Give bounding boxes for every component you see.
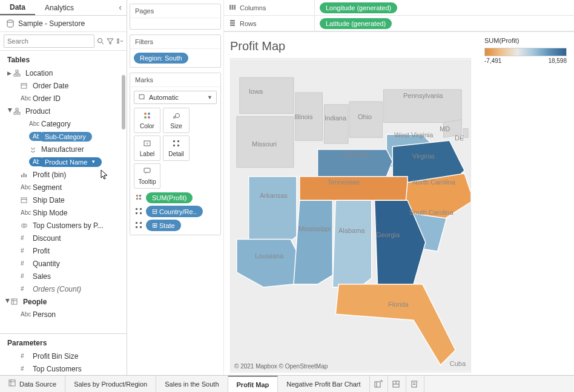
size-icon xyxy=(172,111,180,122)
svg-rect-21 xyxy=(12,299,17,304)
svg-point-26 xyxy=(144,116,147,119)
sheet-label: Data Source xyxy=(19,381,56,388)
field-people[interactable]: ▶ People xyxy=(0,295,127,308)
field-label: Top Customers xyxy=(33,365,82,373)
search-icon[interactable] xyxy=(97,35,104,47)
field-label: Ship Mode xyxy=(33,209,67,217)
field-label: Orders (Count) xyxy=(33,285,81,293)
sheet-sales-by-product-region[interactable]: Sales by Product/Region xyxy=(65,376,156,392)
scrollbar-thumb[interactable] xyxy=(122,75,125,129)
new-story-button[interactable] xyxy=(406,376,424,392)
string-icon: Abc xyxy=(21,184,33,191)
field-ship-date[interactable]: Ship Date xyxy=(0,194,127,206)
date-icon xyxy=(21,197,33,203)
field-order-id[interactable]: Abc Order ID xyxy=(0,92,127,105)
product-name-pill[interactable]: Product Name ▼ xyxy=(39,157,102,167)
map-label: DE xyxy=(455,134,464,142)
filter-fields-icon[interactable] xyxy=(107,35,114,47)
sheet-sales-in-south[interactable]: Sales in the South xyxy=(156,376,228,392)
svg-rect-13 xyxy=(18,113,20,114)
number-icon: # xyxy=(21,235,33,241)
parameters-title: Parameters xyxy=(0,334,127,350)
label-icon: T xyxy=(143,139,151,149)
map-label: Arkansas xyxy=(260,192,288,199)
sub-category-pill[interactable]: Sub-Category xyxy=(39,132,92,142)
sheet-data-source[interactable]: Data Source xyxy=(0,376,65,392)
pill-label: Product Name xyxy=(45,158,87,166)
mark-color-pill-row[interactable]: SUM(Profit) xyxy=(134,192,217,203)
field-product-name[interactable]: Abc Product Name ▼ xyxy=(0,155,127,168)
map-label: Pennsylvania xyxy=(403,92,443,99)
legend-title[interactable]: SUM(Profit) xyxy=(484,37,567,44)
field-ship-mode[interactable]: Abc Ship Mode xyxy=(0,206,127,219)
field-product[interactable]: ▶ Product xyxy=(0,105,127,117)
svg-rect-53 xyxy=(230,22,235,24)
svg-rect-43 xyxy=(136,212,137,214)
group-icon xyxy=(29,146,41,152)
marks-type-dropdown[interactable]: Automatic ▼ xyxy=(134,91,217,104)
mark-detail-pill-row-1[interactable]: ⊟ Country/Re.. xyxy=(134,206,217,217)
svg-rect-16 xyxy=(25,174,27,177)
sheet-negative-profit[interactable]: Negative Profit Bar Chart xyxy=(278,376,369,392)
field-top-customers[interactable]: Top Customers by P... xyxy=(0,219,127,232)
filters-card[interactable]: Filters Region: South xyxy=(130,34,221,68)
field-quantity[interactable]: # Quantity xyxy=(0,257,127,270)
field-segment[interactable]: Abc Segment xyxy=(0,181,127,194)
mark-detail-pill-row-2[interactable]: ⊞ State xyxy=(134,220,217,231)
svg-rect-41 xyxy=(136,208,137,210)
field-sub-category[interactable]: Abc Sub-Category xyxy=(0,130,127,143)
pages-title: Pages xyxy=(130,4,220,18)
field-category[interactable]: Abc Category xyxy=(0,117,127,130)
legend-gradient[interactable] xyxy=(484,48,567,56)
marks-size-button[interactable]: Size xyxy=(163,108,190,133)
collapse-side-panel[interactable]: ‹ xyxy=(114,0,127,15)
tab-data[interactable]: Data xyxy=(0,0,35,15)
shelves: Columns Longitude (generated) Rows Lati xyxy=(224,0,574,32)
sheet-profit-map[interactable]: Profit Map xyxy=(228,376,279,392)
param-top-customers[interactable]: # Top Customers xyxy=(0,362,127,375)
field-location[interactable]: ▶ Location xyxy=(0,67,127,79)
field-profit-bin[interactable]: Profit (bin) xyxy=(0,168,127,181)
view-options-icon[interactable] xyxy=(116,35,124,47)
mark-pill-state[interactable]: ⊞ State xyxy=(146,220,181,231)
svg-point-39 xyxy=(136,198,139,200)
view-title[interactable]: Profit Map xyxy=(230,37,471,58)
field-sales[interactable]: # Sales xyxy=(0,270,127,283)
param-profit-bin-size[interactable]: # Profit Bin Size xyxy=(0,350,127,362)
pill-caret-icon[interactable]: ▼ xyxy=(91,159,96,165)
map-canvas[interactable]: Iowa Illinois Indiana Ohio Pennsylvania … xyxy=(230,58,471,373)
field-orders-count[interactable]: # Orders (Count) xyxy=(0,283,127,295)
field-person[interactable]: Abc Person xyxy=(0,308,127,321)
new-worksheet-button[interactable] xyxy=(370,376,388,392)
legend-max: 18,598 xyxy=(548,57,567,64)
columns-pill-longitude[interactable]: Longitude (generated) xyxy=(320,2,397,13)
columns-icon xyxy=(229,4,236,12)
marks-tooltip-button[interactable]: Tooltip xyxy=(134,163,160,189)
new-dashboard-button[interactable] xyxy=(388,376,406,392)
tab-analytics[interactable]: Analytics xyxy=(35,0,84,15)
rows-shelf[interactable]: Rows Latitude (generated) xyxy=(224,16,574,31)
map-label: MD xyxy=(440,125,450,132)
search-input[interactable] xyxy=(4,34,94,48)
chevron-down-icon: ▶ xyxy=(5,299,11,305)
marks-color-button[interactable]: Color xyxy=(134,108,160,133)
marks-detail-button[interactable]: Detail xyxy=(163,136,190,161)
svg-rect-52 xyxy=(230,20,235,22)
map-label: Cuba xyxy=(450,360,466,367)
field-profit[interactable]: # Profit xyxy=(0,244,127,257)
field-order-date[interactable]: Order Date xyxy=(0,79,127,92)
marks-label-button[interactable]: T Label xyxy=(134,136,160,161)
field-discount[interactable]: # Discount xyxy=(0,232,127,244)
columns-shelf[interactable]: Columns Longitude (generated) xyxy=(224,0,574,16)
rows-pill-latitude[interactable]: Latitude (generated) xyxy=(320,18,392,29)
button-label: Tooltip xyxy=(139,178,156,185)
mark-pill-country[interactable]: ⊟ Country/Re.. xyxy=(146,206,203,217)
drill-icon: ⊞ xyxy=(152,221,157,229)
datasource-row[interactable]: Sample - Superstore xyxy=(0,16,127,32)
pages-card[interactable]: Pages xyxy=(130,4,221,30)
field-label: Order ID xyxy=(33,94,61,103)
filter-pill-region[interactable]: Region: South xyxy=(134,53,188,64)
svg-rect-34 xyxy=(173,145,175,146)
mark-pill-sum-profit[interactable]: SUM(Profit) xyxy=(146,192,193,203)
field-manufacturer[interactable]: Manufacturer xyxy=(0,143,127,155)
